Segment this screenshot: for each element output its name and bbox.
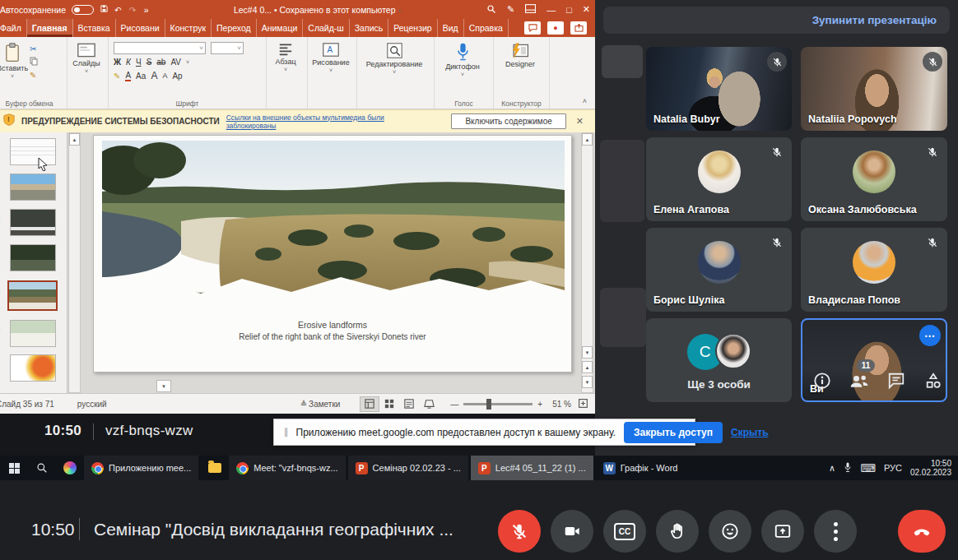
char-spacing-button[interactable]: AV [170, 58, 181, 67]
tab-transitions[interactable]: Переход [212, 19, 257, 37]
tab-review[interactable]: Рецензир [388, 19, 437, 37]
tab-view[interactable]: Вид [438, 19, 464, 37]
warning-link[interactable]: Ссылки на внешние объекты мультимедиа бы… [226, 113, 432, 130]
text-highlight-button[interactable]: ✎ [114, 72, 120, 81]
grow-font-button[interactable]: А [151, 70, 157, 81]
activities-icon[interactable] [922, 369, 945, 392]
font-color-button[interactable]: А [125, 71, 131, 81]
tab-draw[interactable]: Рисовани [116, 19, 165, 37]
taskbar-item-powerpoint-lecture[interactable]: P Lec#4 05_11_22 (1) ... [471, 456, 593, 480]
subscript-button[interactable]: ab [156, 58, 165, 67]
zoom-level[interactable]: 51 % [552, 400, 571, 409]
tab-design[interactable]: Конструк [165, 19, 212, 37]
undo-button[interactable]: ↶ [114, 5, 122, 15]
font-name-select[interactable]: ˅ [114, 42, 206, 54]
notes-button[interactable]: Заметки [309, 400, 340, 409]
hide-notification-link[interactable]: Скрыть [731, 427, 769, 438]
tab-file[interactable]: Файл [0, 19, 27, 37]
zoom-in-button[interactable]: + [537, 400, 542, 409]
previous-slide-button[interactable]: ▲ [582, 361, 593, 373]
taskbar-search-icon[interactable] [28, 456, 56, 480]
share-icon[interactable] [570, 21, 587, 35]
italic-button[interactable]: К [126, 58, 131, 67]
change-case-button[interactable]: Аа [136, 72, 146, 81]
tab-home[interactable]: Главная [27, 19, 73, 37]
stop-presentation-button[interactable]: Зупинити презентацію [812, 14, 937, 26]
drag-handle-icon[interactable]: ∥ [284, 427, 288, 437]
captions-button[interactable]: CC [603, 510, 646, 553]
taskbar-item-meet[interactable]: Meet: "vzf-bnqs-wz... [229, 456, 345, 480]
tray-mic-icon[interactable] [844, 462, 852, 474]
search-icon[interactable] [486, 4, 496, 16]
thumbnails-scrollbar[interactable]: ▲ [68, 132, 81, 393]
font-size-select[interactable]: ˅ [211, 42, 244, 54]
slide-sorter-view-button[interactable] [379, 396, 399, 412]
minimize-button[interactable]: — [546, 5, 556, 15]
raise-hand-button[interactable] [656, 510, 699, 553]
slide-thumbnail[interactable] [10, 209, 56, 236]
tray-expand-icon[interactable]: ∧ [829, 463, 835, 474]
participant-tile[interactable]: Борис Шуліка [646, 228, 792, 312]
zoom-slider-thumb[interactable] [486, 399, 491, 410]
maximize-button[interactable]: □ [566, 5, 572, 15]
reading-view-button[interactable] [399, 396, 419, 412]
participant-tile[interactable]: Natalia Bubyr [646, 47, 792, 131]
scroll-up-button[interactable]: ▲ [69, 133, 80, 146]
taskbar-item-chrome-notification[interactable]: Приложению mee... [84, 456, 198, 480]
enable-content-button[interactable]: Включить содержимое [451, 113, 565, 129]
copy-icon[interactable] [30, 57, 38, 67]
taskbar-item-word[interactable]: W Графік - Word [596, 456, 686, 480]
ink-pen-icon[interactable]: ✎ [507, 4, 514, 15]
ribbon-options-icon[interactable] [525, 4, 536, 15]
format-painter-icon[interactable]: ✎ [30, 71, 38, 80]
tile-options-icon[interactable]: ⋯ [919, 325, 941, 346]
people-icon[interactable] [848, 369, 871, 392]
paste-button[interactable]: Вставить ˅ [0, 37, 30, 78]
drawing-button[interactable]: A Рисование ˅ [308, 37, 354, 72]
participant-tile[interactable]: Оксана Залюбовська [801, 137, 947, 221]
tab-insert[interactable]: Вставка [73, 19, 116, 37]
shrink-font-button[interactable]: А [162, 72, 167, 80]
paint-app-icon[interactable] [56, 456, 84, 480]
participant-tile[interactable]: Владислав Попов [801, 228, 947, 312]
slide-thumbnail-selected[interactable] [7, 280, 58, 311]
taskbar-item-powerpoint-seminar[interactable]: P Семінар 02.02.23 - ... [348, 456, 468, 480]
editing-button[interactable]: Редактирование ˅ [357, 37, 431, 74]
participant-tile[interactable]: Елена Агапова [646, 137, 792, 221]
start-button[interactable] [0, 456, 28, 480]
zoom-out-button[interactable]: — [450, 400, 458, 409]
clock[interactable]: 10:50 02.02.2023 [910, 459, 951, 477]
slides-button[interactable]: Слайды ˅ [67, 37, 105, 73]
scroll-down-button[interactable]: ▼ [582, 346, 593, 359]
comments-icon[interactable] [524, 21, 541, 35]
stop-sharing-button[interactable]: Закрыть доступ [624, 422, 723, 443]
save-icon[interactable] [100, 4, 109, 15]
clear-format-button[interactable]: Ар [172, 72, 182, 81]
next-slide-button[interactable]: ▼ [582, 376, 593, 388]
slide-thumbnail[interactable] [10, 174, 56, 201]
slide-thumbnail[interactable] [10, 244, 56, 271]
language-indicator[interactable]: русский [77, 400, 107, 409]
tab-slideshow[interactable]: Слайд-ш [303, 19, 349, 37]
slide-thumbnail[interactable] [10, 320, 56, 347]
close-button[interactable]: ✕ [583, 4, 590, 15]
zoom-slider[interactable] [463, 403, 532, 405]
more-options-button[interactable] [814, 510, 857, 553]
slide-thumbnail[interactable] [10, 354, 56, 382]
slideshow-view-button[interactable] [419, 396, 439, 412]
slide-thumbnail[interactable] [10, 138, 56, 165]
leave-call-button[interactable] [898, 510, 946, 553]
strikethrough-button[interactable]: S [146, 58, 152, 67]
record-icon[interactable]: ● [547, 21, 564, 35]
paragraph-button[interactable]: Абзац ˅ [267, 37, 305, 72]
chat-icon[interactable] [885, 369, 908, 392]
participant-tile[interactable]: Nataliia Popovych [801, 47, 947, 131]
title-caret-icon[interactable]: ˅ [398, 8, 401, 14]
info-icon[interactable] [811, 369, 834, 392]
cut-icon[interactable]: ✂ [30, 44, 38, 53]
current-slide[interactable]: Erosive landforms Relief of the right ba… [93, 135, 572, 373]
qat-more-button[interactable]: » [144, 5, 149, 15]
redo-button[interactable]: ↷ [129, 5, 137, 15]
reactions-button[interactable] [709, 510, 751, 553]
camera-toggle-button[interactable] [551, 510, 593, 553]
